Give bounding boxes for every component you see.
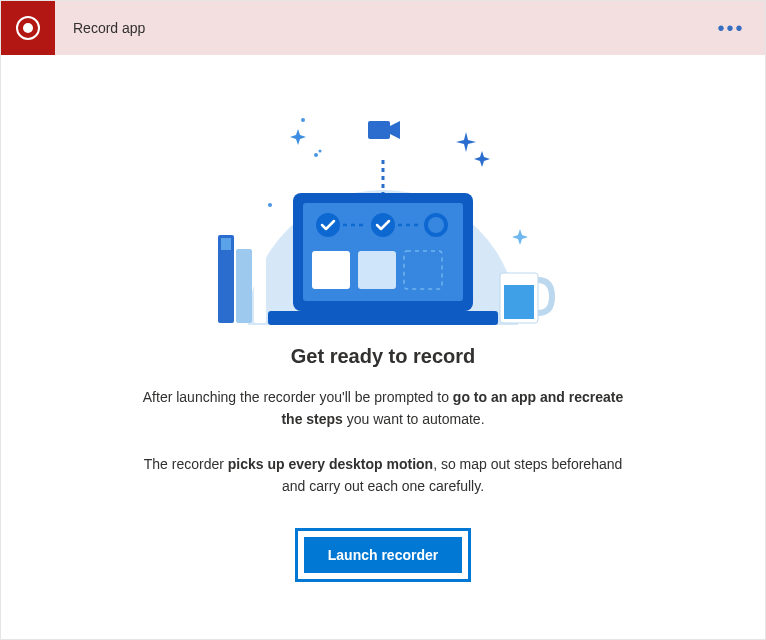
- svg-point-18: [316, 213, 340, 237]
- more-options-button[interactable]: •••: [711, 8, 751, 48]
- svg-point-5: [319, 150, 322, 153]
- description-paragraph-1: After launching the recorder you'll be p…: [133, 386, 633, 431]
- dialog-container: Record app •••: [0, 0, 766, 640]
- launch-recorder-button[interactable]: Launch recorder: [304, 537, 462, 573]
- content-heading: Get ready to record: [291, 345, 476, 368]
- dialog-title: Record app: [73, 20, 711, 36]
- svg-rect-17: [268, 311, 498, 325]
- svg-point-2: [268, 203, 272, 207]
- record-app-icon: [1, 1, 55, 55]
- svg-rect-23: [312, 251, 350, 289]
- svg-rect-11: [236, 249, 252, 323]
- svg-rect-7: [368, 121, 390, 139]
- description-paragraph-2: The recorder picks up every desktop moti…: [133, 453, 633, 498]
- dialog-content: Get ready to record After launching the …: [1, 55, 765, 639]
- svg-rect-24: [358, 251, 396, 289]
- content-description: After launching the recorder you'll be p…: [133, 386, 633, 520]
- dialog-header: Record app •••: [1, 1, 765, 55]
- svg-point-1: [23, 23, 33, 33]
- svg-rect-10: [221, 238, 231, 250]
- svg-rect-12: [254, 241, 266, 323]
- svg-point-3: [301, 118, 305, 122]
- button-highlight: Launch recorder: [295, 528, 471, 582]
- svg-point-20: [371, 213, 395, 237]
- svg-point-4: [314, 153, 318, 157]
- illustration: [208, 85, 558, 325]
- svg-rect-14: [504, 285, 534, 319]
